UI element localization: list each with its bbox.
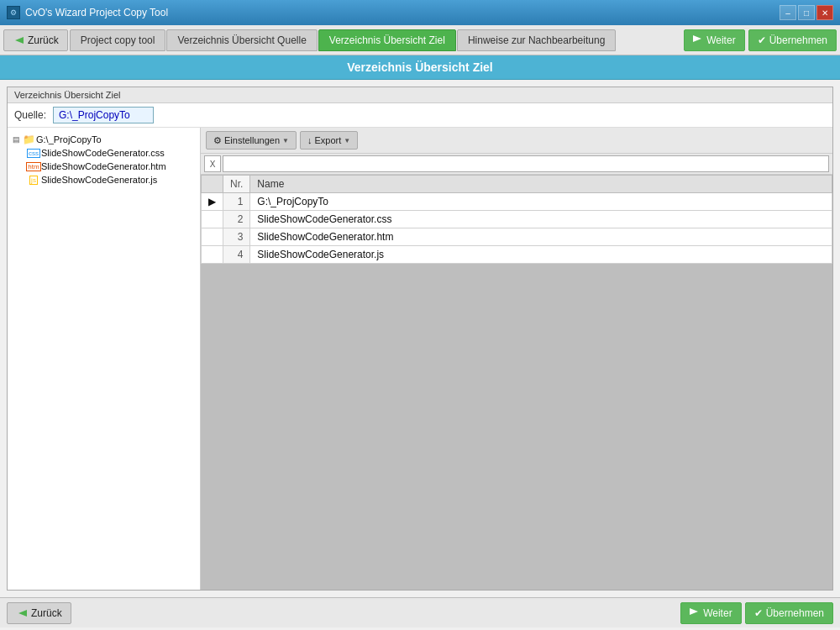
back-button-top[interactable]: Zurück (3, 29, 68, 51)
restore-button[interactable]: □ (798, 5, 815, 20)
tab-source-overview[interactable]: Verzeichnis Übersicht Quelle (166, 29, 317, 51)
file-icon-css: css (28, 147, 39, 159)
tab-target-overview[interactable]: Verzeichnis Übersicht Ziel (318, 29, 456, 51)
tree-label-css: SlideShowCodeGenerator.css (41, 148, 165, 158)
search-input[interactable] (223, 155, 829, 172)
toolbar-right: Weiter ✔ Übernehmen (684, 29, 837, 51)
bottom-right: Weiter ✔ Übernehmen (680, 602, 833, 624)
row-arrow (202, 211, 223, 228)
tree-label-js: SlideShowCodeGenerator.js (41, 175, 157, 185)
close-button[interactable]: ✕ (816, 5, 833, 20)
data-table: Nr. Name ▶ 1 G:\_ProjCopyTo 2 SlideShowC… (201, 175, 832, 264)
section-title: Verzeichnis Übersicht Ziel (8, 87, 832, 103)
title-bar-left: ⚙ CvO's Wizard Project Copy Tool (7, 6, 168, 19)
row-arrow: ▶ (202, 193, 223, 211)
section-box: Verzeichnis Übersicht Ziel Quelle: G:\_P… (7, 87, 833, 591)
col-header-arrow (202, 176, 223, 193)
check-icon-bottom: ✔ (754, 607, 763, 619)
apply-button-top[interactable]: ✔ Übernehmen (748, 29, 837, 51)
export-button[interactable]: ↓ Export ▼ (300, 131, 358, 150)
settings-dropdown-arrow: ▼ (282, 137, 289, 144)
col-header-nr: Nr. (223, 176, 250, 193)
table-row[interactable]: 4 SlideShowCodeGenerator.js (202, 246, 832, 264)
source-label: Quelle: (14, 109, 46, 121)
grid-container: Nr. Name ▶ 1 G:\_ProjCopyTo 2 SlideShowC… (201, 175, 832, 590)
tree-panel: ▤ 📁 G:\_ProjCopyTo css SlideShowCodeGene… (8, 128, 201, 590)
tree-label-htm: SlideShowCodeGenerator.htm (41, 161, 166, 171)
right-toolbar: ⚙ Einstellungen ▼ ↓ Export ▼ (201, 128, 832, 154)
tree-root-item[interactable]: ▤ 📁 G:\_ProjCopyTo (11, 133, 197, 146)
grid-gray-fill (201, 264, 832, 590)
tree-item-js[interactable]: js SlideShowCodeGenerator.js (28, 173, 197, 186)
back-icon-top (13, 34, 24, 46)
tree-toggle-root[interactable]: ▤ (11, 134, 21, 144)
export-dropdown-arrow: ▼ (344, 137, 350, 144)
page-header: Verzeichnis Übersicht Ziel (0, 55, 840, 80)
back-icon-bottom (16, 607, 28, 619)
svg-marker-1 (693, 35, 701, 42)
row-name: SlideShowCodeGenerator.js (250, 246, 832, 264)
back-button-bottom[interactable]: Zurück (7, 602, 71, 624)
main-content: Verzeichnis Übersicht Ziel Quelle: G:\_P… (0, 80, 840, 597)
tree-root-label: G:\_ProjCopyTo (36, 134, 102, 144)
check-icon-top: ✔ (758, 34, 766, 46)
tree-item-htm[interactable]: htm SlideShowCodeGenerator.htm (28, 160, 197, 173)
minimize-button[interactable]: – (780, 5, 796, 20)
app-icon: ⚙ (7, 6, 20, 19)
table-wrapper: Nr. Name ▶ 1 G:\_ProjCopyTo 2 SlideShowC… (201, 175, 832, 264)
content-area: ▤ 📁 G:\_ProjCopyTo css SlideShowCodeGene… (8, 128, 832, 590)
bottom-toolbar: Zurück Weiter ✔ Übernehmen (0, 597, 840, 627)
right-panel: ⚙ Einstellungen ▼ ↓ Export ▼ X (201, 128, 832, 590)
tab-project-copy[interactable]: Project copy tool (70, 29, 166, 51)
svg-marker-2 (18, 610, 27, 617)
svg-marker-0 (15, 37, 24, 44)
tree-children: css SlideShowCodeGenerator.css htm Slide… (11, 146, 197, 186)
next-button-bottom[interactable]: Weiter (680, 602, 741, 624)
table-row[interactable]: 3 SlideShowCodeGenerator.htm (202, 228, 832, 246)
file-icon-js: js (28, 174, 39, 186)
grid-search-bar: X (201, 154, 832, 175)
tab-post-processing[interactable]: Hinweise zur Nachbearbeitung (457, 29, 616, 51)
nav-tabs: Project copy tool Verzeichnis Übersicht … (70, 29, 682, 51)
row-nr: 2 (223, 211, 250, 228)
file-icon-htm: htm (28, 160, 39, 172)
gear-icon: ⚙ (213, 135, 222, 146)
row-name: G:\_ProjCopyTo (250, 193, 832, 211)
title-bar: ⚙ CvO's Wizard Project Copy Tool – □ ✕ (0, 0, 840, 25)
row-nr: 4 (223, 246, 250, 264)
row-nr: 1 (223, 193, 250, 211)
title-bar-controls: – □ ✕ (780, 5, 833, 20)
export-icon: ↓ (307, 135, 312, 145)
settings-button[interactable]: ⚙ Einstellungen ▼ (206, 131, 297, 150)
search-clear-button[interactable]: X (204, 155, 221, 172)
window-title: CvO's Wizard Project Copy Tool (25, 7, 168, 18)
source-bar: Quelle: G:\_ProjCopyTo (8, 103, 832, 128)
toolbar: Zurück Project copy tool Verzeichnis Übe… (0, 25, 840, 55)
row-nr: 3 (223, 228, 250, 246)
row-name: SlideShowCodeGenerator.htm (250, 228, 832, 246)
svg-marker-3 (690, 608, 698, 615)
source-input[interactable]: G:\_ProjCopyTo (53, 107, 154, 123)
table-row[interactable]: 2 SlideShowCodeGenerator.css (202, 211, 832, 228)
row-name: SlideShowCodeGenerator.css (250, 211, 832, 228)
tree-item-css[interactable]: css SlideShowCodeGenerator.css (28, 146, 197, 160)
row-arrow (202, 228, 223, 246)
folder-icon-root: 📁 (23, 134, 34, 145)
next-icon-bottom (690, 606, 700, 619)
row-arrow (202, 246, 223, 264)
apply-button-bottom[interactable]: ✔ Übernehmen (745, 602, 833, 624)
table-row[interactable]: ▶ 1 G:\_ProjCopyTo (202, 193, 832, 211)
col-header-name: Name (250, 176, 832, 193)
next-icon-top (693, 34, 703, 46)
next-button-top[interactable]: Weiter (684, 29, 744, 51)
